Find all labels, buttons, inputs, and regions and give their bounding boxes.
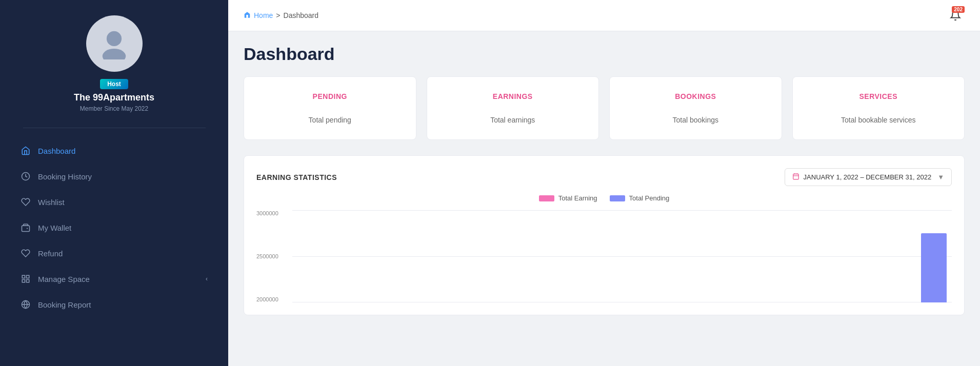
grid-icon [21,274,31,284]
stat-value-bookings: Total bookings [620,116,771,124]
chart-bars [292,210,952,302]
bar-group-Nov [840,210,892,302]
stat-value-services: Total bookable services [803,116,954,124]
svg-rect-7 [27,280,29,282]
bar-pending-Dec [921,233,947,302]
bar-group-Feb [352,210,404,302]
legend-label-pending: Total Pending [629,194,670,202]
legend-color-earning [539,195,554,201]
chart-container: 3000000 2500000 2000000 [256,210,952,302]
chevron-down-icon: ▼ [937,173,944,181]
sidebar-item-label: Dashboard [38,147,75,155]
svg-point-0 [107,31,122,46]
svg-rect-3 [22,226,30,231]
sidebar-item-label: Refund [38,249,63,258]
stat-card-pending: PENDING Total pending [244,76,416,140]
date-range-picker[interactable]: JANUARY 1, 2022 – DECEMBER 31, 2022 ▼ [785,168,952,186]
bar-group-Oct [786,210,838,302]
notification-button[interactable]: 202 [946,6,965,25]
section-title: EARNING STATISTICS [256,173,337,181]
host-badge: Host [100,79,128,89]
bar-group-Sep [732,210,784,302]
y-label-3m: 3000000 [256,210,287,216]
sidebar: Host The 99Apartments Member Since May 2… [0,0,228,366]
stat-value-pending: Total pending [254,116,406,124]
stat-label-earnings: EARNINGS [437,92,589,100]
bar-group-Jul [623,210,675,302]
content-area: Dashboard PENDING Total pending EARNINGS… [228,31,980,366]
breadcrumb-separator: > [276,11,280,19]
stat-value-earnings: Total earnings [437,116,589,124]
chart-legend: Total Earning Total Pending [256,194,952,202]
earning-stats-section: EARNING STATISTICS JANUARY 1, 2022 – DEC… [244,155,965,315]
legend-label-earning: Total Earning [558,194,597,202]
breadcrumb: Home > Dashboard [244,11,318,20]
stat-label-services: SERVICES [803,92,954,100]
sidebar-item-wishlist[interactable]: Wishlist [10,190,218,214]
stat-card-services: SERVICES Total bookable services [792,76,965,140]
bar-group-Mar [406,210,458,302]
bar-group-May [514,210,567,302]
sidebar-item-my-wallet[interactable]: My Wallet [10,215,218,240]
bar-group-Apr [460,210,512,302]
breadcrumb-current: Dashboard [284,11,319,19]
svg-rect-5 [22,275,25,278]
wallet-icon [21,222,31,233]
sidebar-item-label: Booking Report [38,300,91,309]
page-title: Dashboard [244,44,965,64]
stat-label-pending: PENDING [254,92,406,100]
y-label-2500k: 2500000 [256,253,287,259]
section-header: EARNING STATISTICS JANUARY 1, 2022 – DEC… [256,168,952,186]
svg-point-1 [103,48,126,59]
sidebar-item-manage-space[interactable]: Manage Space ‹ [10,267,218,291]
heart-icon [21,197,31,207]
sidebar-item-refund[interactable]: Refund [10,241,218,266]
refund-icon [21,248,31,258]
breadcrumb-home: Home [254,11,273,19]
home-icon [244,11,251,20]
user-name: The 99Apartments [74,92,154,103]
bar-group-Jun [569,210,621,302]
date-range-label: JANUARY 1, 2022 – DECEMBER 31, 2022 [804,173,932,181]
stat-card-bookings: BOOKINGS Total bookings [609,76,782,140]
bar-group-Aug [677,210,730,302]
svg-rect-8 [22,280,25,282]
sidebar-item-label: My Wallet [38,223,71,232]
legend-item-pending: Total Pending [610,194,670,202]
chart-y-labels: 3000000 2500000 2000000 [256,210,292,302]
sidebar-item-label: Wishlist [38,198,65,207]
stats-grid: PENDING Total pending EARNINGS Total ear… [244,76,965,140]
sidebar-item-booking-report[interactable]: Booking Report [10,292,218,317]
sidebar-item-dashboard[interactable]: Dashboard [10,138,218,163]
legend-color-pending [610,195,625,201]
sidebar-divider [23,128,206,128]
stat-label-bookings: BOOKINGS [620,92,771,100]
notification-badge: 202 [952,6,965,13]
svg-point-4 [27,228,28,229]
svg-rect-6 [27,275,29,278]
stat-card-earnings: EARNINGS Total earnings [427,76,599,140]
sidebar-item-booking-history[interactable]: Booking History [10,164,218,189]
bar-group-Dec [894,210,947,302]
user-avatar-icon [97,26,131,62]
bar-group-Jan [297,210,350,302]
calendar-icon [792,173,799,181]
topbar: Home > Dashboard 202 [228,0,980,31]
chart-area [292,210,952,302]
chevron-left-icon: ‹ [206,275,208,282]
main-area: Home > Dashboard 202 Dashboard PENDING T… [228,0,980,366]
y-label-2m: 2000000 [256,296,287,302]
avatar [86,15,143,72]
legend-item-earning: Total Earning [539,194,597,202]
sidebar-item-label: Booking History [38,172,92,181]
nav-menu: Dashboard Booking History Wishlist [0,138,228,318]
sidebar-item-label: Manage Space [38,275,90,283]
svg-rect-11 [793,174,798,179]
member-since: Member Since May 2022 [80,105,148,112]
clock-icon [21,171,31,181]
home-icon [21,146,31,156]
globe-icon [21,299,31,310]
